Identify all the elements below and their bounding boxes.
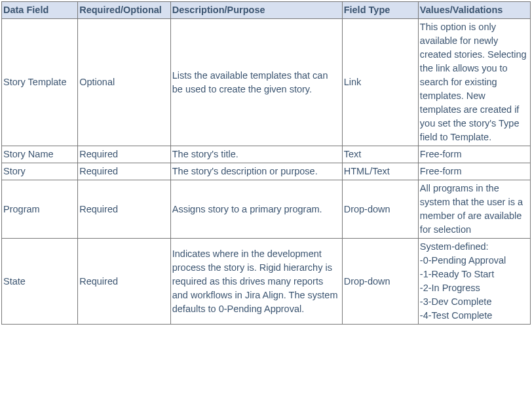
cell-description: Lists the available templates that can b…	[170, 19, 342, 146]
data-fields-table: Data Field Required/Optional Description…	[1, 1, 531, 325]
cell-data-field: Story	[2, 163, 78, 180]
table-row: Story Required The story's description o…	[2, 163, 531, 180]
cell-required: Required	[78, 163, 171, 180]
header-field-type: Field Type	[342, 2, 418, 19]
cell-values: System-defined: -0-Pending Approval -1-R…	[418, 239, 530, 325]
header-values: Values/Validations	[418, 2, 530, 19]
cell-description: Indicates where in the development proce…	[170, 239, 342, 325]
cell-field-type: Drop-down	[342, 239, 418, 325]
header-data-field: Data Field	[2, 2, 78, 19]
cell-required: Required	[78, 146, 171, 163]
table-body: Story Template Optional Lists the availa…	[2, 19, 531, 325]
cell-field-type: Text	[342, 146, 418, 163]
cell-required: Required	[78, 180, 171, 239]
cell-values: Free-form	[418, 163, 530, 180]
cell-required: Optional	[78, 19, 171, 146]
table-row: Program Required Assigns story to a prim…	[2, 180, 531, 239]
cell-description: The story's title.	[170, 146, 342, 163]
header-description: Description/Purpose	[170, 2, 342, 19]
table-row: Story Template Optional Lists the availa…	[2, 19, 531, 146]
table-row: Story Name Required The story's title. T…	[2, 146, 531, 163]
cell-data-field: Story Name	[2, 146, 78, 163]
cell-field-type: Link	[342, 19, 418, 146]
cell-values: Free-form	[418, 146, 530, 163]
cell-data-field: Story Template	[2, 19, 78, 146]
cell-field-type: HTML/Text	[342, 163, 418, 180]
cell-values: This option is only available for newly …	[418, 19, 530, 146]
cell-field-type: Drop-down	[342, 180, 418, 239]
cell-data-field: Program	[2, 180, 78, 239]
cell-description: The story's description or purpose.	[170, 163, 342, 180]
cell-values: All programs in the system that the user…	[418, 180, 530, 239]
table-row: State Required Indicates where in the de…	[2, 239, 531, 325]
table-header-row: Data Field Required/Optional Description…	[2, 2, 531, 19]
cell-data-field: State	[2, 239, 78, 325]
cell-required: Required	[78, 239, 171, 325]
header-required: Required/Optional	[78, 2, 171, 19]
cell-description: Assigns story to a primary program.	[170, 180, 342, 239]
